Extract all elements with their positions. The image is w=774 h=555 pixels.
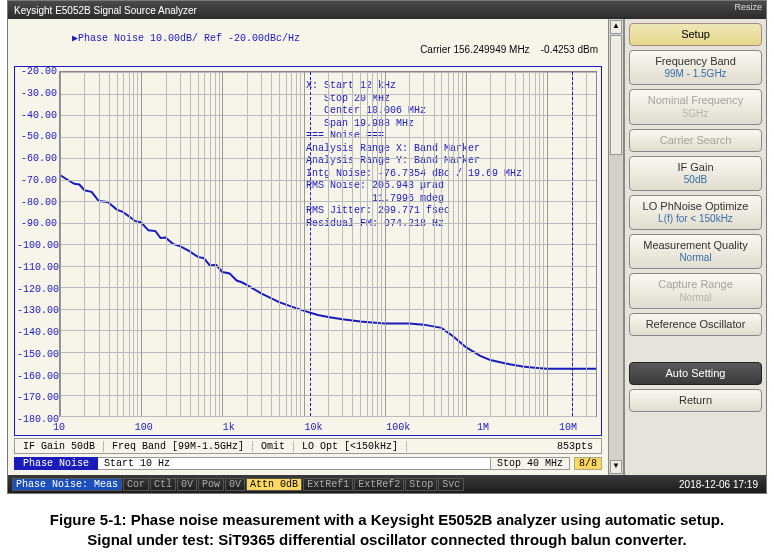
- status-cell-extref1[interactable]: ExtRef1: [303, 478, 353, 491]
- side-button-capture-range: Capture RangeNormal: [629, 273, 762, 308]
- side-button-measurement-quality[interactable]: Measurement QualityNormal: [629, 234, 762, 269]
- status-cell-0v[interactable]: 0V: [225, 478, 245, 491]
- scroll-up-arrow[interactable]: ▲: [610, 20, 622, 34]
- status-cell-ctl[interactable]: Ctl: [150, 478, 176, 491]
- x-tick: 10k: [304, 422, 322, 433]
- window-titlebar[interactable]: Keysight E5052B Signal Source Analyzer R…: [8, 1, 766, 19]
- status-cell-stop[interactable]: Stop: [405, 478, 437, 491]
- omit-readout: Omit: [253, 441, 294, 452]
- carrier-readout: Carrier 156.249949 MHz -0.4253 dBm: [420, 44, 598, 55]
- y-tick: -20.00: [17, 66, 57, 77]
- y-tick: -110.00: [17, 261, 57, 272]
- datetime-readout: 2018-12-06 17:19: [679, 479, 762, 490]
- y-tick: -50.00: [17, 131, 57, 142]
- x-tick: 10M: [559, 422, 577, 433]
- y-tick: -120.00: [17, 283, 57, 294]
- side-button-carrier-search: Carrier Search: [629, 129, 762, 152]
- plot-header: ▶Phase Noise 10.00dB/ Ref -20.00dBc/Hz C…: [8, 19, 608, 66]
- points-readout: 853pts: [549, 441, 601, 452]
- side-button-sub: L(f) for < 150kHz: [632, 213, 759, 225]
- resize-label[interactable]: Resize: [734, 2, 762, 12]
- status-cell-0v[interactable]: 0V: [177, 478, 197, 491]
- vertical-scrollbar[interactable]: ▲ ▼: [608, 19, 624, 475]
- attn-status[interactable]: Attn 0dB: [246, 478, 302, 491]
- status-rows: IF Gain 50dB Freq Band [99M-1.5GHz] Omit…: [14, 438, 602, 471]
- side-button-sub: Normal: [632, 292, 759, 304]
- y-tick: -60.00: [17, 153, 57, 164]
- y-tick: -170.00: [17, 392, 57, 403]
- mode-badge: Phase Noise: [14, 457, 98, 470]
- y-tick: -160.00: [17, 370, 57, 381]
- y-tick: -30.00: [17, 87, 57, 98]
- page-indicator: 8/8: [574, 457, 602, 470]
- instrument-window: Keysight E5052B Signal Source Analyzer R…: [7, 0, 767, 494]
- x-tick: 100: [135, 422, 153, 433]
- status-cell-extref2[interactable]: ExtRef2: [354, 478, 404, 491]
- freqband-readout: Freq Band [99M-1.5GHz]: [104, 441, 253, 452]
- status-row-settings: IF Gain 50dB Freq Band [99M-1.5GHz] Omit…: [14, 438, 602, 454]
- x-tick: 10: [53, 422, 65, 433]
- side-button-lo-phnoise-optimize[interactable]: LO PhNoise OptimizeL(f) for < 150kHz: [629, 195, 762, 230]
- x-tick: 100k: [386, 422, 410, 433]
- x-tick: 1k: [223, 422, 235, 433]
- scroll-down-arrow[interactable]: ▼: [610, 460, 622, 474]
- plot-scale-label: ▶Phase Noise 10.00dB/ Ref -20.00dBc/Hz: [72, 33, 300, 44]
- status-cell-svc[interactable]: Svc: [438, 478, 464, 491]
- x-tick: 1M: [477, 422, 489, 433]
- bottom-status-bar: Phase Noise: Meas CorCtl0VPow0V Attn 0dB…: [8, 475, 766, 493]
- loopt-readout: LO Opt [<150kHz]: [294, 441, 407, 452]
- start-freq: Start 10 Hz: [98, 457, 491, 470]
- plot-area: ▶Phase Noise 10.00dB/ Ref -20.00dBc/Hz C…: [8, 19, 608, 475]
- side-button-nominal-frequency: Nominal Frequency5GHz: [629, 89, 762, 124]
- ifgain-readout: IF Gain 50dB: [15, 441, 104, 452]
- figure-caption: Figure 5-1: Phase noise measurement with…: [30, 510, 744, 551]
- status-cell-cor[interactable]: Cor: [123, 478, 149, 491]
- y-tick: -180.00: [17, 414, 57, 425]
- y-tick: -80.00: [17, 196, 57, 207]
- side-button-if-gain[interactable]: IF Gain50dB: [629, 156, 762, 191]
- y-tick: -100.00: [17, 240, 57, 251]
- side-button-setup[interactable]: Setup: [629, 23, 762, 46]
- side-button-sub: 99M - 1.5GHz: [632, 68, 759, 80]
- y-tick: -130.00: [17, 305, 57, 316]
- band-marker[interactable]: [310, 72, 311, 416]
- side-panel: SetupFrequency Band99M - 1.5GHzNominal F…: [624, 19, 766, 475]
- side-button-return[interactable]: Return: [629, 389, 762, 412]
- y-tick: -90.00: [17, 218, 57, 229]
- meas-status[interactable]: Phase Noise: Meas: [12, 478, 122, 491]
- window-title: Keysight E5052B Signal Source Analyzer: [14, 5, 197, 16]
- status-cell-pow[interactable]: Pow: [198, 478, 224, 491]
- scroll-thumb[interactable]: [610, 35, 622, 155]
- side-button-sub: Normal: [632, 252, 759, 264]
- side-button-reference-oscillator[interactable]: Reference Oscillator: [629, 313, 762, 336]
- chart[interactable]: X: Start 12 kHz Stop 20 MHz Center 10.00…: [14, 66, 602, 436]
- y-tick: -40.00: [17, 109, 57, 120]
- y-tick: -70.00: [17, 174, 57, 185]
- status-row-sweep: Phase Noise Start 10 Hz Stop 40 MHz 8/8: [14, 455, 602, 471]
- side-button-frequency-band[interactable]: Frequency Band99M - 1.5GHz: [629, 50, 762, 85]
- chart-grid: X: Start 12 kHz Stop 20 MHz Center 10.00…: [59, 71, 597, 417]
- y-tick: -150.00: [17, 348, 57, 359]
- y-tick: -140.00: [17, 327, 57, 338]
- side-button-auto-setting[interactable]: Auto Setting: [629, 362, 762, 385]
- band-marker[interactable]: [572, 72, 573, 416]
- stop-freq: Stop 40 MHz: [491, 457, 570, 470]
- side-button-sub: 50dB: [632, 174, 759, 186]
- side-button-sub: 5GHz: [632, 108, 759, 120]
